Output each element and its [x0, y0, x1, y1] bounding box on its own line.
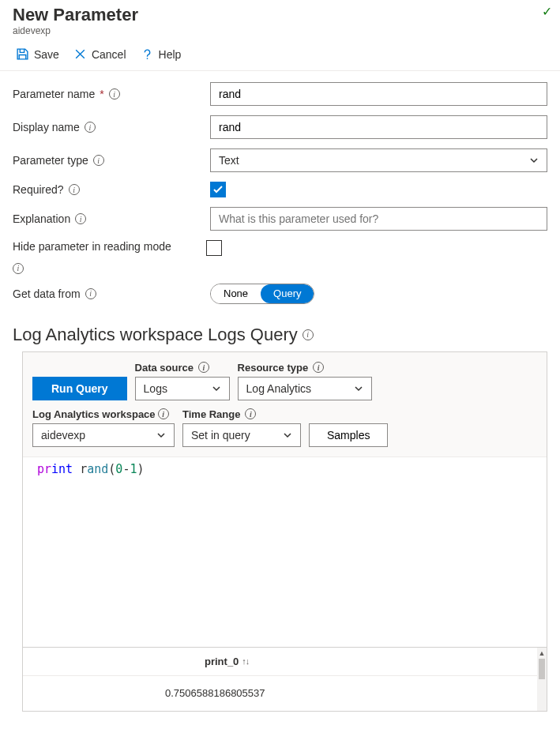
required-asterisk: *	[100, 88, 103, 100]
info-icon[interactable]: i	[198, 362, 209, 373]
get-data-toggle: None Query	[210, 284, 314, 304]
explanation-input[interactable]	[210, 207, 547, 231]
info-icon[interactable]: i	[158, 408, 169, 419]
info-icon[interactable]: i	[85, 288, 96, 299]
sort-icon: ↑↓	[242, 656, 249, 666]
page-subtitle: aidevexp	[13, 25, 547, 36]
get-data-none[interactable]: None	[211, 284, 261, 303]
query-section-title: Log Analytics workspace Logs Query i	[0, 321, 560, 351]
results-table: ▲ print_0 ↑↓ 0.7506588186805537	[23, 647, 547, 711]
help-icon	[141, 47, 154, 61]
info-icon[interactable]: i	[245, 408, 256, 419]
results-row: 0.7506588186805537	[23, 676, 547, 711]
info-icon[interactable]: i	[93, 155, 104, 166]
cancel-button[interactable]: Cancel	[70, 46, 130, 62]
results-scrollbar[interactable]: ▲	[537, 648, 547, 711]
svg-point-0	[146, 58, 148, 59]
info-icon[interactable]: i	[69, 184, 80, 195]
query-editor[interactable]: print rand(0-1)	[23, 457, 547, 647]
data-source-select[interactable]: Logs	[135, 377, 230, 400]
chevron-down-icon	[156, 430, 166, 440]
param-type-label: Parameter type i	[13, 154, 210, 167]
save-icon	[16, 47, 29, 61]
required-checkbox[interactable]	[210, 182, 226, 197]
display-name-input[interactable]	[210, 115, 547, 139]
data-source-label: Data source i	[135, 362, 230, 374]
chevron-down-icon	[212, 384, 221, 393]
query-panel: Run Query Data source i Logs Resource ty…	[22, 351, 547, 712]
checkmark-icon	[212, 184, 224, 195]
help-label: Help	[159, 48, 182, 61]
info-icon[interactable]: i	[75, 213, 86, 224]
run-query-button[interactable]: Run Query	[32, 377, 127, 400]
help-button[interactable]: Help	[137, 46, 185, 62]
info-icon[interactable]: i	[13, 263, 24, 274]
samples-button[interactable]: Samples	[309, 423, 388, 447]
chevron-down-icon	[354, 384, 363, 393]
resource-type-select[interactable]: Log Analytics	[238, 377, 372, 400]
required-label: Required? i	[13, 183, 210, 196]
info-icon[interactable]: i	[313, 362, 324, 373]
info-icon[interactable]: i	[85, 122, 96, 133]
data-source-value: Logs	[144, 382, 167, 395]
get-data-label: Get data from i	[13, 287, 210, 300]
parameter-form: Parameter name * i ✓ Display name i Para…	[0, 71, 560, 321]
cancel-label: Cancel	[92, 48, 126, 61]
workspace-label: Log Analytics workspace i	[32, 408, 175, 420]
page-title: New Parameter	[13, 5, 547, 25]
hide-param-checkbox[interactable]	[206, 240, 222, 256]
resource-type-value: Log Analytics	[246, 382, 312, 395]
resource-type-label: Resource type i	[238, 362, 372, 374]
close-icon	[73, 47, 87, 61]
workspace-value: aidevexp	[41, 429, 85, 442]
workspace-select[interactable]: aidevexp	[32, 423, 175, 447]
explanation-label: Explanation i	[13, 212, 210, 225]
save-button[interactable]: Save	[13, 46, 62, 62]
chevron-down-icon	[529, 156, 539, 165]
param-type-value: Text	[219, 154, 239, 167]
time-range-select[interactable]: Set in query	[182, 423, 301, 447]
get-data-query[interactable]: Query	[261, 284, 314, 303]
hide-param-label: Hide parameter in reading mode i	[13, 240, 206, 274]
scroll-up-icon[interactable]: ▲	[537, 648, 547, 659]
time-range-label: Time Range i	[182, 408, 301, 420]
results-cell: 0.7506588186805537	[165, 687, 265, 699]
info-icon[interactable]: i	[109, 88, 120, 100]
param-name-input[interactable]	[210, 82, 547, 106]
valid-check-icon: ✓	[542, 4, 552, 19]
param-type-select[interactable]: Text	[210, 148, 547, 172]
time-range-value: Set in query	[191, 429, 250, 442]
scroll-thumb[interactable]	[539, 659, 545, 679]
param-name-label: Parameter name * i	[13, 88, 210, 100]
display-name-label: Display name i	[13, 121, 210, 133]
info-icon[interactable]: i	[303, 329, 314, 340]
chevron-down-icon	[283, 430, 292, 440]
save-label: Save	[34, 48, 59, 61]
toolbar: Save Cancel Help	[0, 39, 560, 71]
results-column-header[interactable]: print_0 ↑↓	[205, 656, 249, 667]
